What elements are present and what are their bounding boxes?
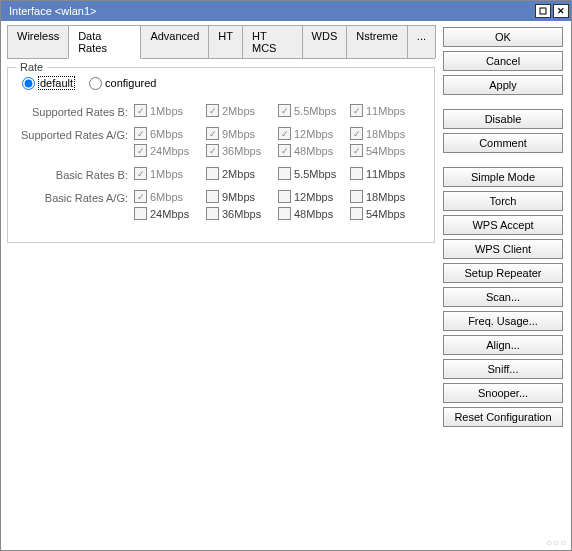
rate-checkbox[interactable]: 9Mbps bbox=[206, 127, 278, 140]
tab-advanced[interactable]: Advanced bbox=[140, 25, 209, 58]
rate-checkbox[interactable]: 48Mbps bbox=[278, 144, 350, 157]
checkbox-icon bbox=[206, 167, 219, 180]
ok-button[interactable]: OK bbox=[443, 27, 563, 47]
rate-value-label: 54Mbps bbox=[366, 208, 405, 220]
rate-checkbox[interactable]: 2Mbps bbox=[206, 167, 278, 180]
button-separator bbox=[443, 157, 563, 163]
checkbox-icon bbox=[278, 127, 291, 140]
titlebar: Interface <wlan1> ✕ bbox=[1, 1, 571, 21]
tab-ht-mcs[interactable]: HT MCS bbox=[242, 25, 303, 58]
rate-checkbox[interactable]: 12Mbps bbox=[278, 190, 350, 203]
rate-checkbox[interactable]: 18Mbps bbox=[350, 127, 422, 140]
rate-value-label: 2Mbps bbox=[222, 168, 255, 180]
rate-checkbox[interactable]: 6Mbps bbox=[134, 127, 206, 140]
wps-accept-button[interactable]: WPS Accept bbox=[443, 215, 563, 235]
rate-value-label: 24Mbps bbox=[150, 145, 189, 157]
rate-checkbox[interactable]: 36Mbps bbox=[206, 144, 278, 157]
checkbox-icon bbox=[350, 127, 363, 140]
tab-wireless[interactable]: Wireless bbox=[7, 25, 69, 58]
rate-value-label: 36Mbps bbox=[222, 208, 261, 220]
fieldset-legend: Rate bbox=[16, 61, 47, 73]
rate-checkbox[interactable]: 54Mbps bbox=[350, 144, 422, 157]
simple-mode-button[interactable]: Simple Mode bbox=[443, 167, 563, 187]
rate-checkbox[interactable]: 1Mbps bbox=[134, 167, 206, 180]
checkbox-icon bbox=[350, 104, 363, 117]
rate-value-label: 1Mbps bbox=[150, 105, 183, 117]
rate-checkbox[interactable]: 48Mbps bbox=[278, 207, 350, 220]
tab--[interactable]: ... bbox=[407, 25, 436, 58]
cancel-button[interactable]: Cancel bbox=[443, 51, 563, 71]
button-column: OKCancelApplyDisableCommentSimple ModeTo… bbox=[441, 21, 571, 550]
checkbox-icon bbox=[134, 144, 147, 157]
rate-checkbox[interactable]: 24Mbps bbox=[134, 144, 206, 157]
rate-checkbox[interactable]: 11Mbps bbox=[350, 167, 422, 180]
tab-ht[interactable]: HT bbox=[208, 25, 243, 58]
wps-client-button[interactable]: WPS Client bbox=[443, 239, 563, 259]
rate-value-label: 1Mbps bbox=[150, 168, 183, 180]
checkbox-icon bbox=[278, 167, 291, 180]
rate-checkbox[interactable]: 5.5Mbps bbox=[278, 104, 350, 117]
rate-checkbox[interactable]: 5.5Mbps bbox=[278, 167, 350, 180]
tab-data-rates[interactable]: Data Rates bbox=[68, 25, 141, 59]
rate-checkbox[interactable]: 18Mbps bbox=[350, 190, 422, 203]
radio-default-label: default bbox=[38, 76, 75, 90]
reset-configuration-button[interactable]: Reset Configuration bbox=[443, 407, 563, 427]
rate-checkbox[interactable]: 6Mbps bbox=[134, 190, 206, 203]
freq-usage-button[interactable]: Freq. Usage... bbox=[443, 311, 563, 331]
rate-value-label: 54Mbps bbox=[366, 145, 405, 157]
tab-wds[interactable]: WDS bbox=[302, 25, 348, 58]
rate-value-label: 9Mbps bbox=[222, 128, 255, 140]
disable-button[interactable]: Disable bbox=[443, 109, 563, 129]
rate-mode-radio-group: default configured bbox=[16, 76, 426, 90]
checkbox-icon bbox=[278, 190, 291, 203]
rate-checkbox[interactable]: 36Mbps bbox=[206, 207, 278, 220]
rate-checkbox[interactable]: 11Mbps bbox=[350, 104, 422, 117]
close-button[interactable]: ✕ bbox=[553, 4, 569, 18]
checkbox-icon bbox=[134, 207, 147, 220]
align-button[interactable]: Align... bbox=[443, 335, 563, 355]
rate-row: Basic Rates B:1Mbps2Mbps5.5Mbps11Mbps bbox=[16, 167, 426, 184]
rate-label: Basic Rates B: bbox=[16, 167, 134, 181]
minimize-button[interactable] bbox=[535, 4, 551, 18]
rate-row: Basic Rates A/G:6Mbps9Mbps12Mbps18Mbps24… bbox=[16, 190, 426, 224]
checkbox-icon bbox=[134, 104, 147, 117]
rate-value-label: 24Mbps bbox=[150, 208, 189, 220]
rate-value-label: 2Mbps bbox=[222, 105, 255, 117]
rate-checkbox[interactable]: 54Mbps bbox=[350, 207, 422, 220]
rate-value-label: 12Mbps bbox=[294, 191, 333, 203]
sniff-button[interactable]: Sniff... bbox=[443, 359, 563, 379]
rate-label: Supported Rates A/G: bbox=[16, 127, 134, 141]
comment-button[interactable]: Comment bbox=[443, 133, 563, 153]
radio-default-input[interactable] bbox=[22, 77, 35, 90]
radio-configured[interactable]: configured bbox=[89, 77, 156, 90]
checkbox-icon bbox=[350, 207, 363, 220]
rate-checkbox[interactable]: 1Mbps bbox=[134, 104, 206, 117]
checkbox-icon bbox=[206, 127, 219, 140]
rate-checkbox[interactable]: 12Mbps bbox=[278, 127, 350, 140]
rate-checkbox[interactable]: 24Mbps bbox=[134, 207, 206, 220]
checkbox-icon bbox=[206, 104, 219, 117]
radio-configured-input[interactable] bbox=[89, 77, 102, 90]
checkbox-icon bbox=[278, 144, 291, 157]
rate-value-label: 9Mbps bbox=[222, 191, 255, 203]
scan-button[interactable]: Scan... bbox=[443, 287, 563, 307]
apply-button[interactable]: Apply bbox=[443, 75, 563, 95]
rate-checkbox[interactable]: 2Mbps bbox=[206, 104, 278, 117]
radio-default[interactable]: default bbox=[22, 76, 75, 90]
tab-nstreme[interactable]: Nstreme bbox=[346, 25, 408, 58]
window-title: Interface <wlan1> bbox=[9, 5, 96, 17]
rate-label: Supported Rates B: bbox=[16, 104, 134, 118]
torch-button[interactable]: Torch bbox=[443, 191, 563, 211]
checkbox-icon bbox=[278, 104, 291, 117]
snooper-button[interactable]: Snooper... bbox=[443, 383, 563, 403]
rate-row: Supported Rates B:1Mbps2Mbps5.5Mbps11Mbp… bbox=[16, 104, 426, 121]
rate-value-label: 6Mbps bbox=[150, 191, 183, 203]
resize-grip[interactable]: ○○○ bbox=[546, 537, 567, 548]
tab-bar: WirelessData RatesAdvancedHTHT MCSWDSNst… bbox=[7, 25, 435, 59]
setup-repeater-button[interactable]: Setup Repeater bbox=[443, 263, 563, 283]
rate-value-label: 36Mbps bbox=[222, 145, 261, 157]
rate-value-label: 18Mbps bbox=[366, 128, 405, 140]
rate-checkbox[interactable]: 9Mbps bbox=[206, 190, 278, 203]
checkbox-icon bbox=[206, 144, 219, 157]
rate-fieldset: Rate default configured Supported Rates … bbox=[7, 67, 435, 243]
